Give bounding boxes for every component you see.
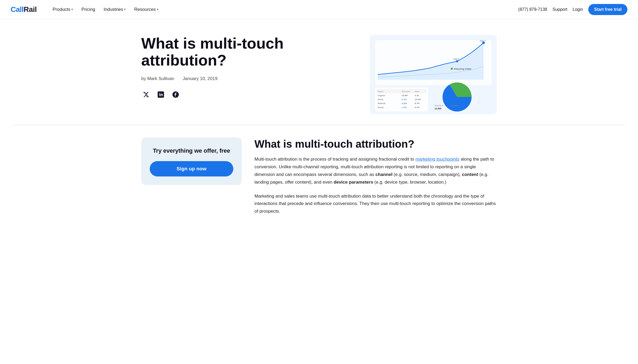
article-paragraph-1: Multi-touch attribution is the process o… [254,156,497,186]
nav-links: Products ▾ Pricing Industries ▾ Resource… [49,5,518,14]
svg-point-8 [451,68,453,70]
svg-text:5,482: 5,482 [402,98,407,101]
nav-login[interactable]: Login [573,7,583,12]
svg-point-4 [456,60,458,62]
svg-text:Organic: Organic [378,94,385,97]
phone-number: (877) 879-7138 [518,7,547,12]
logo-call: Call [11,5,24,13]
svg-text:Returning Visitor: Returning Visitor [454,68,471,70]
chevron-down-icon: ▾ [71,8,73,11]
svg-text:13,467: 13,467 [402,94,408,97]
signup-button[interactable]: Sign up now [150,161,233,176]
article-title: What is multi-touch attribution? [254,138,497,150]
svg-text:1,840: 1,840 [402,106,407,109]
svg-text:Name: Name [378,90,384,93]
article-text-1: (e.g. source, medium, campaign), [393,172,462,177]
hero-title: What is multi-touch attribution? [141,35,300,69]
svg-text:6.1%: 6.1% [415,106,420,109]
svg-text:Sessions: Sessions [402,90,410,93]
nav-resources[interactable]: Resources ▾ [131,5,161,14]
svg-text:Rate: Rate [415,90,419,93]
chevron-down-icon-3: ▾ [157,8,158,11]
bold-device: device parameters [334,180,373,185]
svg-text:2,319: 2,319 [402,102,407,105]
article-paragraph-2: Marketing and sales teams use multi-touc… [254,193,497,216]
hero-meta: by Mark Sullivan January 10, 2019 [141,76,354,81]
nav-support[interactable]: Support [553,7,567,12]
svg-text:Oct 7: Oct 7 [480,40,486,42]
chevron-down-icon-2: ▾ [124,8,126,11]
social-icons [141,90,354,99]
svg-text:Oct 5: Oct 5 [453,58,459,60]
bold-content: content [462,172,478,177]
nav-pricing-label: Pricing [81,7,95,12]
svg-text:Social: Social [378,106,384,109]
hero-section: What is multi-touch attribution? by Mark… [129,19,509,125]
nav-industries-label: Industries [104,7,123,12]
logo[interactable]: CallRail [11,5,37,14]
sidebar-cta-title: Try everything we offer, free [150,147,233,155]
svg-text:38.2%: 38.2% [452,107,458,110]
article-body: Multi-touch attribution is the process o… [254,156,497,215]
article-content: What is multi-touch attribution? Multi-t… [254,138,497,222]
logo-rail: Rail [24,5,37,13]
svg-text:Direct: Direct [378,98,384,101]
svg-text:Referral: Referral [378,102,385,105]
linkedin-share-button[interactable] [156,90,166,99]
nav-products[interactable]: Products ▾ [49,5,76,14]
hero-left: What is multi-touch attribution? by Mark… [141,35,354,99]
nav-industries[interactable]: Industries ▾ [101,5,129,14]
sidebar-cta-card: Try everything we offer, free Sign up no… [141,138,242,185]
navigation: CallRail Products ▾ Pricing Industries ▾… [0,0,638,19]
bold-channel: channel [375,172,392,177]
svg-text:15.4%: 15.4% [415,98,421,101]
main-content: Try everything we offer, free Sign up no… [129,125,509,243]
sidebar: Try everything we offer, free Sign up no… [141,138,242,185]
nav-right: (877) 879-7138 Support Login Start free … [518,4,627,15]
facebook-share-button[interactable] [171,90,180,99]
article-text-before-link: Multi-touch attribution is the process o… [254,157,416,162]
marketing-touchpoints-link[interactable]: marketing touchpoints [416,157,459,162]
svg-text:Sessions: Sessions [435,104,443,107]
hero-date: January 10, 2019 [183,76,217,81]
twitter-share-button[interactable] [141,90,151,99]
hero-chart: Oct 5 Oct 7 Returning Visitor Name Sessi… [370,35,497,114]
article-text-3: (e.g. device type, browser, location.) [373,180,446,185]
svg-text:8.7%: 8.7% [415,102,420,105]
svg-text:12,400: 12,400 [435,107,441,110]
nav-products-label: Products [53,7,70,12]
hero-image: Oct 5 Oct 7 Returning Visitor Name Sessi… [370,35,497,114]
nav-resources-label: Resources [134,7,156,12]
nav-pricing[interactable]: Pricing [78,5,98,14]
start-trial-button[interactable]: Start free trial [588,4,627,15]
svg-text:2.10: 2.10 [415,94,419,97]
hero-author: by Mark Sullivan [141,76,174,81]
svg-text:Bounce: Bounce [452,104,459,107]
